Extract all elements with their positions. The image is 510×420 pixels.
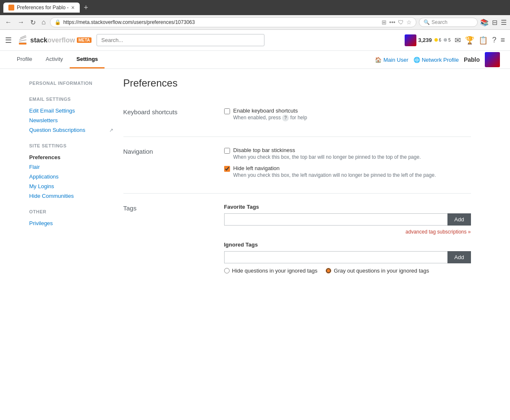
forward-button[interactable]: → xyxy=(16,18,26,27)
hide-left-nav-desc: When you check this box, the left naviga… xyxy=(233,172,436,178)
favorite-tags-input[interactable] xyxy=(224,213,448,226)
site-search-input[interactable] xyxy=(97,34,264,46)
enable-keyboard-checkbox[interactable] xyxy=(224,108,230,114)
disable-topbar-desc: When you check this box, the top bar wil… xyxy=(233,154,421,160)
favorite-tags-add-button[interactable]: Add xyxy=(447,213,471,226)
tab-favicon xyxy=(8,5,14,10)
gold-count: 6 xyxy=(439,38,442,42)
sidebar-item-privileges[interactable]: Privileges xyxy=(29,218,113,228)
sidebar-title-personal: PERSONAL INFORMATION xyxy=(29,77,113,88)
toolbar-sidebar-icon[interactable]: ⊟ xyxy=(492,18,497,26)
advanced-tag-subscriptions-link[interactable]: advanced tag subscriptions » xyxy=(405,229,471,235)
shield-icon: 🛡 xyxy=(398,19,404,26)
svg-rect-1 xyxy=(19,43,26,45)
disable-topbar-checkbox[interactable] xyxy=(224,148,230,154)
sidebar: PERSONAL INFORMATION EMAIL SETTINGS Edit… xyxy=(29,77,113,284)
reputation-container: 3,239 6 5 xyxy=(405,34,450,46)
address-bar[interactable]: 🔒 https://meta.stackoverflow.com/users/p… xyxy=(50,17,416,27)
sidebar-item-question-subscriptions[interactable]: Question Subscriptions ↗ xyxy=(29,125,113,135)
sidebar-section-personal-info: PERSONAL INFORMATION xyxy=(29,77,113,88)
network-icon: 🌐 xyxy=(413,57,420,63)
sidebar-item-preferences[interactable]: Preferences xyxy=(29,152,113,162)
user-avatar-small xyxy=(405,34,416,46)
toolbar-icons: 📚 ⊟ ☰ xyxy=(480,18,507,26)
advanced-tag-link: advanced tag subscriptions » xyxy=(224,229,471,235)
achievements-icon[interactable]: 🏆 xyxy=(465,36,474,45)
star-icon[interactable]: ☆ xyxy=(406,19,412,26)
ignored-tags-input[interactable] xyxy=(224,251,448,263)
main-user-link[interactable]: 🏠 Main User xyxy=(375,57,408,63)
sidebar-section-site-settings: SITE SETTINGS Preferences Flair Applicat… xyxy=(29,140,113,201)
sidebar-title-other: OTHER xyxy=(29,206,113,217)
desc-prefix: When enabled, press xyxy=(233,115,281,121)
site-search-container xyxy=(97,34,264,46)
tab-title: Preferences for Pablo - xyxy=(17,5,68,10)
disable-topbar-text: Disable top bar stickiness When you chec… xyxy=(233,147,421,160)
sidebar-item-edit-email[interactable]: Edit Email Settings xyxy=(29,106,113,116)
question-subscriptions-label: Question Subscriptions xyxy=(29,127,86,133)
network-profile-link[interactable]: 🌐 Network Profile xyxy=(413,57,459,63)
sidebar-item-applications[interactable]: Applications xyxy=(29,172,113,181)
navigation-label: Navigation xyxy=(123,147,207,183)
enable-keyboard-text: Enable keyboard shortcuts When enabled, … xyxy=(233,108,307,121)
tab-close-button[interactable]: × xyxy=(71,4,74,11)
url-text: https://meta.stackoverflow.com/users/pre… xyxy=(63,19,379,25)
tab-activity[interactable]: Activity xyxy=(39,51,70,68)
reader-icon: ⊞ xyxy=(382,19,387,26)
sidebar-title-site-settings: SITE SETTINGS xyxy=(29,140,113,151)
hide-ignored-radio[interactable] xyxy=(224,268,230,273)
navigation-section: Navigation Disable top bar stickiness Wh… xyxy=(123,137,471,194)
browser-search-box[interactable]: 🔍 Search xyxy=(419,18,478,27)
tab-profile[interactable]: Profile xyxy=(10,51,39,68)
help-badge[interactable]: ? xyxy=(282,115,289,121)
sidebar-item-my-logins[interactable]: My Logins xyxy=(29,181,113,191)
external-link-icon: ↗ xyxy=(109,127,113,133)
lock-icon: 🔒 xyxy=(55,19,61,25)
hide-left-nav-checkbox[interactable] xyxy=(224,166,230,172)
sidebar-toggle-icon[interactable]: ≡ xyxy=(500,36,505,45)
user-nav-tabs: Profile Activity Settings xyxy=(10,51,105,68)
keyboard-shortcuts-label: Keyboard shortcuts xyxy=(123,108,207,126)
reputation-score: 3,239 xyxy=(418,37,432,43)
new-tab-button[interactable]: + xyxy=(82,3,90,12)
tags-content: Favorite Tags Add advanced tag subscript… xyxy=(224,204,471,274)
sidebar-section-email: EMAIL SETTINGS Edit Email Settings Newsl… xyxy=(29,93,113,135)
navigation-content: Disable top bar stickiness When you chec… xyxy=(224,147,471,183)
browser-tab[interactable]: Preferences for Pablo - × xyxy=(3,3,80,13)
site-logo[interactable]: stackoverflow META xyxy=(17,34,92,46)
tab-settings[interactable]: Settings xyxy=(70,51,105,68)
sidebar-item-flair[interactable]: Flair xyxy=(29,162,113,172)
enable-keyboard-label: Enable keyboard shortcuts xyxy=(233,108,307,114)
user-avatar xyxy=(485,52,500,67)
sidebar-item-newsletters[interactable]: Newsletters xyxy=(29,116,113,125)
grayout-ignored-radio[interactable] xyxy=(326,268,331,273)
help-icon[interactable]: ? xyxy=(492,36,496,45)
network-profile-label: Network Profile xyxy=(422,57,459,63)
page-title: Preferences xyxy=(123,77,471,89)
browser-chrome: Preferences for Pablo - × + xyxy=(0,0,510,15)
ignored-tags-add-button[interactable]: Add xyxy=(447,251,471,263)
home-button[interactable]: ⌂ xyxy=(40,18,47,27)
disable-topbar-item: Disable top bar stickiness When you chec… xyxy=(224,147,471,160)
sidebar-item-hide-communities[interactable]: Hide Communities xyxy=(29,191,113,201)
main-user-label: Main User xyxy=(383,57,408,63)
gold-badge-dot: 6 xyxy=(434,38,441,42)
search-icon: 🔍 xyxy=(424,19,430,25)
tags-section: Tags Favorite Tags Add advanced tag subs… xyxy=(123,194,471,284)
back-button[interactable]: ← xyxy=(3,18,13,27)
inbox-icon[interactable]: ✉ xyxy=(455,36,461,45)
logo-meta-badge: META xyxy=(77,37,92,43)
browser-toolbar: ← → ↻ ⌂ 🔒 https://meta.stackoverflow.com… xyxy=(0,15,510,30)
enable-shortcuts-item: Enable keyboard shortcuts When enabled, … xyxy=(224,108,471,121)
tags-label: Tags xyxy=(123,204,207,274)
favorite-tags-input-row: Add xyxy=(224,213,471,226)
hamburger-menu-icon[interactable]: ☰ xyxy=(5,36,12,45)
toolbar-menu-icon[interactable]: ☰ xyxy=(501,18,507,26)
keyboard-shortcuts-section: Keyboard shortcuts Enable keyboard short… xyxy=(123,97,471,137)
toolbar-library-icon[interactable]: 📚 xyxy=(480,18,489,26)
hide-left-nav-text: Hide left navigation When you check this… xyxy=(233,165,436,178)
review-icon[interactable]: 📋 xyxy=(479,36,488,45)
hide-left-nav-label: Hide left navigation xyxy=(233,165,436,171)
site-header: ☰ stackoverflow META 3,239 6 5 ✉ 🏆 xyxy=(0,30,510,51)
refresh-button[interactable]: ↻ xyxy=(29,18,37,27)
